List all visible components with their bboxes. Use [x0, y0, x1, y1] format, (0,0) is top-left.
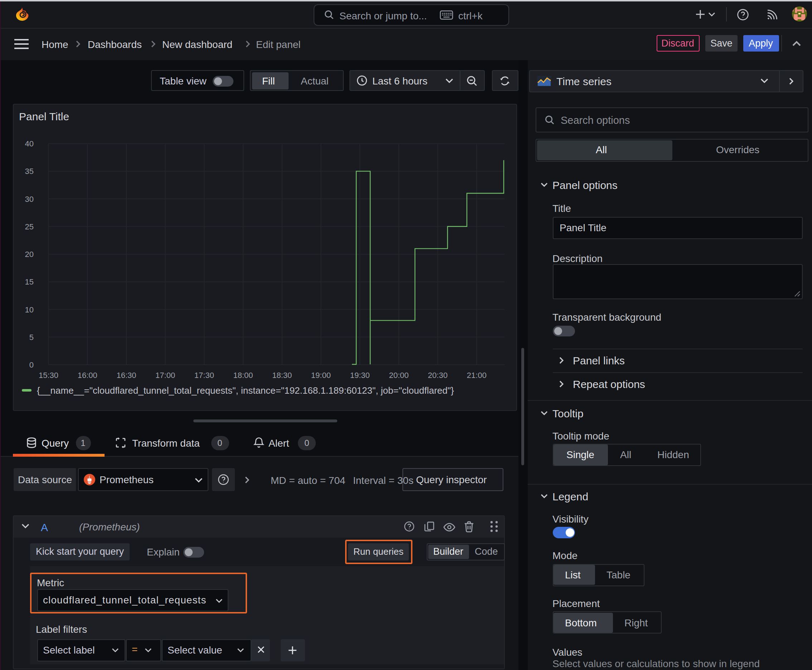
svg-text:20:30: 20:30: [428, 371, 448, 380]
svg-text:20: 20: [25, 250, 34, 259]
svg-text:10: 10: [25, 305, 34, 314]
svg-text:0: 0: [29, 360, 34, 369]
svg-text:25: 25: [25, 222, 34, 231]
svg-text:16:00: 16:00: [78, 371, 97, 380]
svg-text:19:00: 19:00: [311, 371, 331, 380]
svg-text:17:00: 17:00: [155, 371, 175, 380]
svg-text:19:30: 19:30: [350, 371, 370, 380]
svg-text:20:00: 20:00: [389, 371, 409, 380]
svg-text:15: 15: [25, 277, 34, 286]
svg-text:17:30: 17:30: [194, 371, 214, 380]
svg-text:40: 40: [25, 139, 34, 148]
svg-text:21:00: 21:00: [467, 371, 487, 380]
svg-text:15:30: 15:30: [39, 371, 58, 380]
svg-text:16:30: 16:30: [116, 371, 136, 380]
svg-text:18:30: 18:30: [272, 371, 292, 380]
svg-text:18:00: 18:00: [233, 371, 253, 380]
svg-text:5: 5: [29, 333, 34, 342]
svg-text:30: 30: [25, 195, 34, 204]
svg-text:{__name__="cloudflared_tunnel_: {__name__="cloudflared_tunnel_total_requ…: [37, 385, 454, 396]
svg-text:35: 35: [25, 167, 34, 176]
